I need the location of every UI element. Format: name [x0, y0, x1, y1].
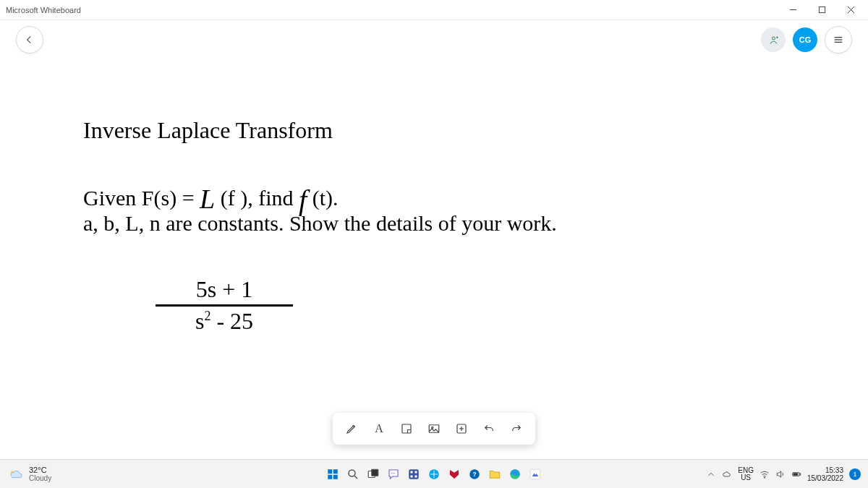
app-icon-2[interactable] — [426, 466, 442, 482]
settings-menu-button[interactable] — [825, 26, 852, 53]
problem-suffix: (t). — [307, 186, 338, 210]
text-tool[interactable]: A — [366, 416, 392, 442]
svg-point-4 — [772, 37, 775, 40]
battery-icon[interactable] — [791, 469, 801, 479]
weather-temp: 32°C — [29, 466, 51, 474]
svg-rect-28 — [411, 471, 413, 473]
taskbar-weather[interactable]: 32°C Cloudy — [7, 466, 51, 482]
user-avatar[interactable]: CG — [793, 27, 817, 52]
start-button[interactable] — [325, 466, 341, 482]
svg-rect-17 — [328, 469, 332, 474]
volume-icon[interactable] — [775, 469, 786, 479]
minimize-button[interactable] — [778, 1, 807, 19]
taskbar-center: ? — [325, 466, 543, 482]
whiteboard-toolbar: A — [333, 413, 535, 445]
app-icon-4[interactable]: ? — [467, 466, 482, 482]
weather-desc: Cloudy — [29, 474, 51, 482]
clock[interactable]: 15:33 15/03/2022 — [807, 466, 843, 482]
svg-rect-30 — [411, 475, 413, 477]
svg-rect-1 — [819, 7, 825, 12]
weather-icon — [7, 466, 23, 482]
whiteboard-canvas[interactable]: Inverse Laplace Transform Given F(s) = L… — [0, 59, 868, 459]
fraction-denominator: s2 - 25 — [156, 307, 293, 335]
script-L: L — [200, 183, 215, 215]
svg-point-37 — [764, 477, 765, 478]
cloud-icon[interactable] — [722, 469, 732, 479]
svg-rect-20 — [333, 474, 338, 479]
svg-rect-24 — [372, 469, 378, 476]
svg-line-22 — [354, 476, 357, 479]
problem-prefix: Given F(s) = — [83, 186, 200, 210]
add-tool[interactable] — [448, 416, 475, 442]
svg-rect-29 — [415, 471, 417, 473]
fraction-numerator: 5s + 1 — [156, 276, 293, 304]
maximize-button[interactable] — [807, 1, 836, 19]
app-icon-1[interactable] — [406, 466, 422, 482]
image-tool[interactable] — [421, 416, 447, 442]
redo-button[interactable] — [503, 416, 529, 442]
svg-rect-36 — [530, 469, 540, 479]
svg-rect-10 — [402, 424, 411, 433]
app-header: CG — [0, 20, 868, 59]
notification-badge[interactable]: 1 — [849, 468, 861, 480]
canvas-fraction: 5s + 1 s2 - 25 — [156, 276, 293, 335]
task-view-button[interactable] — [365, 466, 381, 482]
language-indicator[interactable]: ENG US — [738, 467, 754, 481]
app-icon-3[interactable] — [446, 466, 462, 482]
share-button[interactable] — [761, 27, 786, 52]
user-initials: CG — [799, 35, 812, 44]
svg-rect-39 — [800, 473, 801, 474]
svg-rect-19 — [328, 474, 332, 479]
windows-taskbar: 32°C Cloudy ? ENG US 15:33 15/03/2022 1 — [0, 459, 868, 488]
close-button[interactable] — [836, 1, 865, 19]
svg-rect-31 — [415, 475, 417, 477]
canvas-problem-line2: a, b, L, n are constants. Show the detai… — [83, 211, 557, 236]
window-titlebar: Microsoft Whiteboard — [0, 0, 868, 20]
chevron-up-icon[interactable] — [706, 469, 716, 479]
app-icon-5[interactable] — [527, 466, 543, 482]
svg-rect-40 — [793, 473, 798, 474]
window-title: Microsoft Whiteboard — [6, 6, 81, 14]
search-button[interactable] — [345, 466, 361, 482]
note-tool[interactable] — [393, 416, 420, 442]
taskbar-systray: ENG US 15:33 15/03/2022 1 — [706, 466, 861, 482]
svg-text:?: ? — [472, 471, 476, 478]
chat-button[interactable] — [386, 466, 401, 482]
canvas-problem-line1: Given F(s) = L (f ), find f (t). — [83, 179, 338, 213]
svg-point-25 — [391, 472, 393, 474]
pen-tool[interactable] — [339, 416, 365, 442]
canvas-title: Inverse Laplace Transform — [83, 117, 333, 144]
svg-point-26 — [393, 472, 395, 474]
window-controls — [778, 1, 865, 19]
svg-rect-18 — [333, 469, 338, 474]
wifi-icon[interactable] — [760, 469, 770, 479]
problem-mid: (f ), find — [215, 186, 299, 210]
svg-point-21 — [349, 470, 355, 476]
file-explorer-button[interactable] — [487, 466, 503, 482]
edge-button[interactable] — [507, 466, 523, 482]
back-button[interactable] — [16, 26, 43, 53]
svg-rect-27 — [409, 469, 419, 479]
undo-button[interactable] — [476, 416, 502, 442]
